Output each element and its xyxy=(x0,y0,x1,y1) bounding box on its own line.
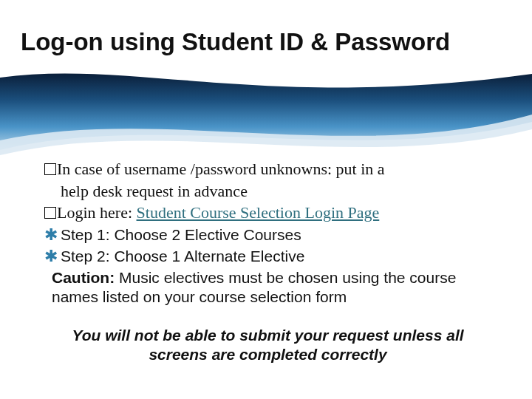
final-line-2: screens are completed correctly xyxy=(47,345,488,364)
bullet-unknowns-cont: help desk request in advance xyxy=(44,181,491,202)
text: Step 1: Choose 2 Elective Courses xyxy=(61,226,301,243)
slide-title: Log-on using Student ID & Password xyxy=(21,28,511,56)
slide: Log-on using Student ID & Password In ca… xyxy=(0,0,532,399)
decorative-wave xyxy=(0,70,532,159)
text: Step 2: Choose 1 Alternate Elective xyxy=(61,248,304,265)
bullet-unknowns: In case of username /password unknowns: … xyxy=(44,159,491,180)
body-content: In case of username /password unknowns: … xyxy=(44,159,491,365)
text: In case of username /password unknowns: … xyxy=(57,160,385,178)
caution-label: Caution: xyxy=(52,269,115,286)
final-warning: You will not be able to submit your requ… xyxy=(44,326,491,365)
step-2: ✱Step 2: Choose 1 Alternate Elective xyxy=(44,246,491,267)
title-area: Log-on using Student ID & Password xyxy=(0,22,532,56)
checkbox-icon xyxy=(44,207,56,219)
text: Login here: xyxy=(57,203,137,222)
text: help desk request in advance xyxy=(61,182,248,200)
star-icon: ✱ xyxy=(44,225,61,245)
bullet-login: Login here: Student Course Selection Log… xyxy=(44,202,491,223)
caution-line: Caution: Music electives must be chosen … xyxy=(44,268,491,307)
star-icon: ✱ xyxy=(44,246,61,267)
login-link[interactable]: Student Course Selection Login Page xyxy=(137,203,380,222)
step-1: ✱Step 1: Choose 2 Elective Courses xyxy=(44,225,491,245)
checkbox-icon xyxy=(44,163,56,175)
final-line-1: You will not be able to submit your requ… xyxy=(47,326,488,345)
